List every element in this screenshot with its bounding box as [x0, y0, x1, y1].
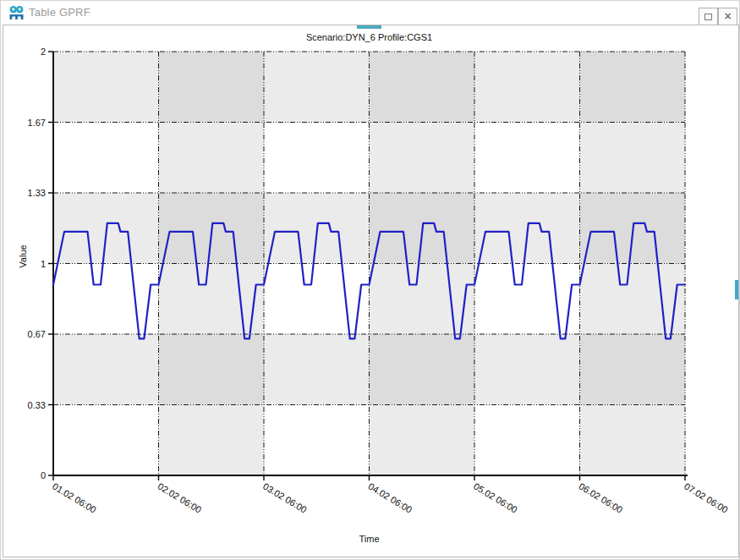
band-cell: [580, 405, 686, 476]
band-cell: [53, 334, 159, 405]
x-tick-label: 05.02 06:00: [472, 480, 519, 514]
band-cell: [159, 264, 265, 335]
x-tick-label: 06.02 06:00: [577, 480, 624, 514]
x-tick-label: 02.02 06:00: [156, 480, 203, 514]
y-tick-label: 2: [41, 47, 46, 57]
band-cell: [474, 52, 580, 123]
band-cell: [264, 52, 370, 123]
y-tick-label: 0: [41, 470, 46, 480]
band-cell: [159, 334, 265, 405]
band-cell: [370, 52, 475, 123]
band-cell: [370, 123, 475, 194]
band-cell: [159, 405, 265, 476]
y-tick-label: 0.67: [28, 329, 46, 339]
band-cell: [264, 334, 370, 405]
band-cell: [370, 405, 475, 476]
x-tick-labels: 01.02 06:0002.02 06:0003.02 06:0004.02 0…: [51, 480, 730, 514]
x-tick-label: 03.02 06:00: [261, 480, 309, 514]
band-cell: [580, 334, 686, 405]
y-tick-label: 1: [41, 259, 46, 269]
y-tick-label: 0.33: [28, 400, 46, 410]
band-cell: [580, 123, 686, 194]
band-cell: [159, 123, 265, 194]
band-cell: [159, 52, 265, 123]
x-tick-label: 07.02 06:00: [682, 480, 730, 514]
y-tick-label: 1.67: [28, 118, 46, 128]
band-cell: [53, 52, 159, 123]
y-tick-label: 1.33: [28, 188, 46, 198]
y-tick-labels: 21.671.3310.670.330: [28, 47, 46, 480]
chart-canvas[interactable]: 21.671.3310.670.33001.02 06:0002.02 06:0…: [1, 1, 740, 560]
band-cell: [370, 334, 475, 405]
band-cell: [580, 52, 686, 123]
band-cell: [474, 334, 580, 405]
window: Table GPRF × Scenario:DYN_6 Profile:CGS1…: [0, 0, 740, 560]
band-cell: [580, 264, 686, 335]
x-tick-label: 04.02 06:00: [366, 480, 414, 514]
band-cell: [370, 264, 475, 335]
x-tick-label: 01.02 06:00: [51, 480, 98, 514]
